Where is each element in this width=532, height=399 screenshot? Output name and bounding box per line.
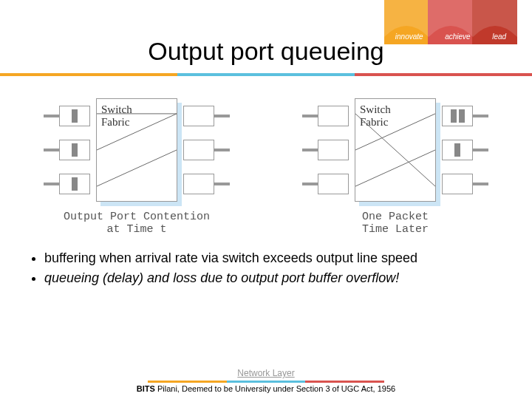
input-port (59, 106, 90, 126)
switch-fabric-left: Switch Fabric (96, 98, 177, 202)
svg-line-3 (355, 114, 435, 186)
output-port (183, 106, 214, 126)
input-port (318, 140, 349, 160)
input-port (318, 174, 349, 194)
caption-right: One Packet Time Later (362, 211, 429, 236)
svg-line-4 (355, 114, 435, 150)
input-ports-right (318, 106, 349, 194)
logo-label-2: achieve (445, 33, 470, 41)
input-port (318, 106, 349, 126)
logo-label-3: lead (492, 33, 506, 41)
logo-label-1: innovate (395, 33, 423, 41)
output-port (183, 140, 214, 160)
output-port (442, 140, 473, 160)
bullet-list: buffering when arrival rate via switch e… (30, 250, 502, 286)
diagram-left: Switch Fabric Output Port Contention at … (22, 98, 251, 236)
caption-left: Output Port Contention at Time t (64, 211, 210, 236)
svg-line-1 (97, 114, 177, 150)
bullet-item: buffering when arrival rate via switch e… (44, 250, 502, 266)
switch-fabric-right: Switch Fabric (355, 98, 436, 202)
footer-link: Network Layer (237, 368, 294, 378)
output-port (183, 174, 214, 194)
output-port (442, 174, 473, 194)
bullet-item: queueing (delay) and loss due to output … (44, 270, 502, 286)
footer-text: BITS Pilani, Deemed to be University und… (0, 384, 532, 393)
diagrams-container: Switch Fabric Output Port Contention at … (22, 98, 510, 236)
output-ports-left (183, 106, 214, 194)
output-port (442, 106, 473, 126)
header-logo: innovate achieve lead (384, 0, 517, 63)
svg-line-2 (97, 150, 177, 186)
footer: Network Layer BITS Pilani, Deemed to be … (0, 366, 532, 393)
input-port (59, 174, 90, 194)
output-ports-right (442, 106, 473, 194)
title-stripe (0, 73, 532, 76)
input-ports-left (59, 106, 90, 194)
diagram-right: Switch Fabric One Packet Time Later (281, 98, 510, 236)
svg-line-5 (355, 150, 435, 186)
input-port (59, 140, 90, 160)
